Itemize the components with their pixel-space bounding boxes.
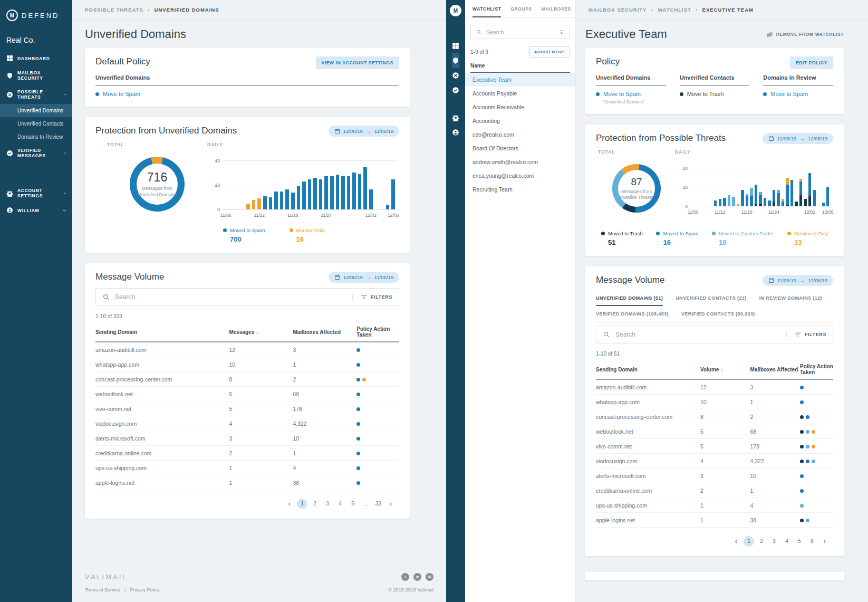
table-row[interactable]: apple-logins.net138 bbox=[95, 475, 399, 490]
table-row[interactable]: viadocusign.com44,322 bbox=[596, 454, 833, 469]
tab-verified-domains-108-453[interactable]: VERIFIED DOMAINS (108,453) bbox=[596, 307, 669, 322]
footer-link-privacy-policy[interactable]: Privacy Policy bbox=[130, 587, 159, 593]
watchlist-item-erica-young-realco-com[interactable]: erica.young@realco.com bbox=[465, 169, 575, 183]
column-header-volume[interactable]: Volume ↓ bbox=[700, 360, 750, 379]
table-row[interactable]: weboutlook.net568 bbox=[596, 424, 833, 439]
table-row[interactable]: creditkarna-online.com21 bbox=[596, 483, 833, 498]
sidebar-item-verified-messages[interactable]: VERIFIED MESSAGES bbox=[0, 144, 72, 163]
column-header-sending-domain[interactable]: Sending Domain bbox=[596, 360, 700, 379]
column-header-mailboxes-affected[interactable]: Mailboxes Affected bbox=[293, 322, 356, 342]
remove-from-watchlist-button[interactable]: REMOVE FROM WATCHLIST bbox=[766, 31, 844, 38]
rail-circle-x-icon[interactable] bbox=[452, 68, 459, 83]
watchlist-item-ceo-realco-com[interactable]: ceo@realco.com bbox=[465, 128, 575, 141]
page-4[interactable]: 4 bbox=[782, 536, 792, 547]
previous-page-button[interactable]: ‹ bbox=[731, 536, 741, 547]
sidebar-subitem-unverified-domains[interactable]: Unverified Domains bbox=[0, 104, 72, 117]
tab-verified-contacts-50-333[interactable]: VERIFIED CONTACTS (50,333) bbox=[681, 307, 755, 322]
next-page-button[interactable]: › bbox=[385, 499, 396, 509]
email-icon[interactable]: ✉ bbox=[426, 573, 433, 581]
date-range-picker[interactable]: 11/06/19 → 12/06/19 bbox=[763, 133, 833, 144]
table-row[interactable]: concast-processing-center.com82 bbox=[95, 372, 399, 387]
table-row[interactable]: alerts-microsoft.com310 bbox=[596, 469, 833, 483]
date-range-picker[interactable]: 12/06/19 → 11/06/19 bbox=[329, 272, 399, 283]
filter-icon[interactable] bbox=[558, 29, 565, 35]
date-range-picker[interactable]: 12/06/19 → 11/06/19 bbox=[329, 126, 399, 137]
watchlist-item-accounts-receivable[interactable]: Accounts Receivable bbox=[465, 100, 575, 114]
watchlist-item-andrew-smith-realco-com[interactable]: andrew.smith@realco.com bbox=[465, 155, 575, 169]
linkedin-icon[interactable]: in bbox=[413, 573, 421, 581]
page-2[interactable]: 2 bbox=[756, 536, 767, 547]
page-5[interactable]: 5 bbox=[794, 536, 805, 547]
page-33[interactable]: 33 bbox=[373, 499, 383, 509]
sidebar-subitem-unverified-contacts[interactable]: Unverified Contacts bbox=[0, 117, 72, 130]
filters-button[interactable]: FILTERS bbox=[352, 293, 392, 301]
rail-person-icon[interactable] bbox=[452, 125, 459, 140]
breadcrumb-executive-team[interactable]: EXECUTIVE TEAM bbox=[702, 7, 754, 13]
watchlist-search-input[interactable] bbox=[486, 29, 554, 35]
table-row[interactable]: amazon-audibill.com123 bbox=[95, 342, 399, 357]
page-1[interactable]: 1 bbox=[744, 536, 754, 547]
sidebar-item-account-settings[interactable]: ACCOUNT SETTINGS bbox=[0, 184, 72, 203]
column-header-policy-action-taken[interactable]: Policy Action Taken bbox=[800, 360, 833, 379]
table-row[interactable]: apple-logins.net138 bbox=[596, 513, 833, 528]
rail-grid-icon[interactable] bbox=[452, 39, 459, 53]
breadcrumb-watchlist[interactable]: WATCHLIST bbox=[658, 7, 691, 13]
table-row[interactable]: weboutlook.net568 bbox=[95, 387, 399, 402]
page-5[interactable]: 5 bbox=[348, 499, 358, 509]
watchlist-item-executive-team[interactable]: Executive Team bbox=[465, 73, 575, 87]
search-input[interactable] bbox=[115, 293, 347, 301]
tab-watchlist[interactable]: WATCHLIST bbox=[472, 6, 501, 17]
watchlist-item-accounts-payable[interactable]: Accounts Payable bbox=[465, 87, 575, 100]
filters-button[interactable]: FILTERS bbox=[786, 331, 826, 338]
sidebar-subitem-domains-in-review[interactable]: Domains In Review bbox=[0, 130, 72, 144]
date-range-picker[interactable]: 11/06/19 → 12/06/19 bbox=[763, 275, 833, 286]
table-row[interactable]: alerts-microsoft.com310 bbox=[95, 431, 399, 446]
breadcrumb-possible-threats[interactable]: POSSIBLE THREATS bbox=[85, 7, 143, 13]
table-row[interactable]: vivo-comm.net5178 bbox=[596, 439, 833, 454]
twitter-icon[interactable]: t bbox=[401, 573, 409, 581]
next-page-button[interactable]: › bbox=[819, 536, 830, 547]
sidebar-item-mailbox-security[interactable]: MAILBOX SECURITY bbox=[0, 66, 72, 85]
page-1[interactable]: 1 bbox=[297, 499, 307, 509]
footer-link-terms-of-service[interactable]: Terms of Service bbox=[85, 587, 120, 593]
add-remove-button[interactable]: ADD/REMOVE bbox=[529, 46, 570, 58]
table-row[interactable]: viadocusign.com44,322 bbox=[95, 416, 399, 431]
previous-page-button[interactable]: ‹ bbox=[284, 499, 295, 509]
rail-shield-icon[interactable] bbox=[452, 53, 459, 68]
breadcrumb-mailbox-security[interactable]: MAILBOX SECURITY bbox=[589, 7, 647, 13]
page-6[interactable]: 6 bbox=[807, 536, 817, 547]
sidebar-item-dashboard[interactable]: DASHBOARD bbox=[0, 51, 72, 66]
column-header-sending-domain[interactable]: Sending Domain bbox=[95, 322, 229, 342]
tab-unverified-domains-51[interactable]: UNVERIFIED DOMAINS (51) bbox=[596, 291, 663, 306]
watchlist-item-recruiting-team[interactable]: Recruiting Team bbox=[465, 183, 575, 196]
tab-in-review-domains-12[interactable]: IN REVIEW DOMAINS (12) bbox=[759, 291, 822, 306]
view-in-account-settings-button[interactable]: VIEW IN ACCOUNT SETTINGS bbox=[316, 56, 399, 69]
page-4[interactable]: 4 bbox=[335, 499, 345, 509]
page-3[interactable]: 3 bbox=[769, 536, 779, 547]
tab-unverified-contacts-23[interactable]: UNVERIFIED CONTACTS (23) bbox=[676, 291, 746, 306]
sidebar-item-william[interactable]: WILLIAM bbox=[0, 203, 72, 218]
tab-groups[interactable]: GROUPS bbox=[510, 6, 532, 17]
breadcrumb-unverified-domains[interactable]: UNVERIFIED DOMAINS bbox=[155, 7, 219, 13]
column-header-messages[interactable]: Messages ↓ bbox=[229, 322, 293, 342]
table-row[interactable]: vivo-comm.net5178 bbox=[95, 402, 399, 416]
table-row[interactable]: ups-us-shipping.com14 bbox=[95, 461, 399, 475]
tab-mailboxes[interactable]: MAILBOXES bbox=[542, 6, 571, 17]
table-row[interactable]: amazon-audibill.com123 bbox=[596, 379, 833, 395]
edit-policy-button[interactable]: EDIT POLICY bbox=[790, 56, 833, 69]
table-row[interactable]: ups-us-shipping.com14 bbox=[596, 498, 833, 513]
table-row[interactable]: whatspp-app.com101 bbox=[596, 395, 833, 409]
table-row[interactable]: concast-processing-center.com82 bbox=[596, 409, 833, 424]
rail-circle-check-icon[interactable] bbox=[452, 83, 459, 98]
page-2[interactable]: 2 bbox=[310, 499, 320, 509]
sidebar-item-possible-threats[interactable]: POSSIBLE THREATS bbox=[0, 85, 72, 104]
table-row[interactable]: whatspp-app.com101 bbox=[95, 357, 399, 372]
rail-gear-icon[interactable] bbox=[452, 110, 459, 125]
column-header-mailboxes-affected[interactable]: Mailboxes Affected bbox=[750, 360, 801, 379]
search-input[interactable] bbox=[615, 331, 781, 338]
column-header-policy-action-taken[interactable]: Policy Action Taken bbox=[356, 322, 399, 342]
page-3[interactable]: 3 bbox=[322, 499, 333, 509]
table-row[interactable]: creditkarna-online.com21 bbox=[95, 446, 399, 461]
watchlist-item-board-of-directors[interactable]: Board Of Directors bbox=[465, 141, 575, 155]
watchlist-item-accounting[interactable]: Accounting bbox=[465, 114, 575, 128]
